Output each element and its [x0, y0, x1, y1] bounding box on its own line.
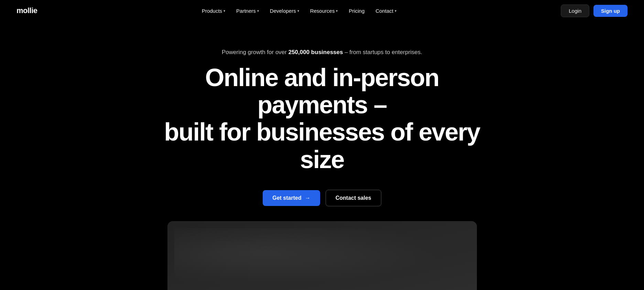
- hero-tagline: Powering growth for over 250,000 busines…: [222, 49, 422, 56]
- nav-actions: Login Sign up: [561, 4, 627, 17]
- nav-item-developers[interactable]: Developers ▾: [266, 5, 303, 17]
- hero-image-preview: [167, 221, 477, 290]
- logo[interactable]: mollie: [17, 6, 37, 15]
- chevron-down-icon: ▾: [257, 9, 259, 13]
- nav-item-resources[interactable]: Resources ▾: [306, 5, 342, 17]
- chevron-down-icon: ▾: [395, 9, 396, 13]
- chevron-down-icon: ▾: [297, 9, 299, 13]
- nav-links: Products ▾ Partners ▾ Developers ▾ Resou…: [198, 5, 401, 17]
- hero-buttons: Get started → Contact sales: [263, 190, 381, 206]
- nav-item-products[interactable]: Products ▾: [198, 5, 229, 17]
- chevron-down-icon: ▾: [336, 9, 338, 13]
- chevron-down-icon: ▾: [223, 9, 225, 13]
- login-button[interactable]: Login: [561, 4, 589, 17]
- hero-preview-inner: [167, 221, 477, 290]
- nav-item-pricing[interactable]: Pricing: [345, 5, 369, 17]
- arrow-icon: →: [305, 195, 310, 201]
- navbar: mollie Products ▾ Partners ▾ Developers …: [0, 0, 644, 21]
- nav-item-partners[interactable]: Partners ▾: [232, 5, 263, 17]
- hero-section: Powering growth for over 250,000 busines…: [0, 21, 644, 290]
- hero-content: Powering growth for over 250,000 busines…: [0, 21, 644, 227]
- get-started-button[interactable]: Get started →: [263, 190, 320, 206]
- signup-button[interactable]: Sign up: [593, 5, 627, 17]
- contact-sales-button[interactable]: Contact sales: [326, 190, 381, 206]
- hero-title: Online and in-person payments – built fo…: [150, 64, 494, 173]
- nav-item-contact[interactable]: Contact ▾: [371, 5, 401, 17]
